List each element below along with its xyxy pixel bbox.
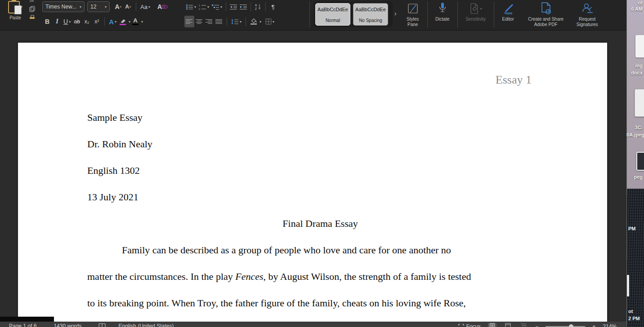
zoom-out-button[interactable]: −: [535, 323, 538, 327]
styles-pane-button[interactable]: Styles Pane: [402, 1, 424, 27]
cut-icon[interactable]: ✂: [30, 0, 35, 4]
desktop-file-label[interactable]: docx: [626, 70, 644, 75]
bullets-button[interactable]: ▾: [184, 1, 197, 13]
zoom-in-button[interactable]: +: [592, 323, 595, 327]
desktop-image-file-icon[interactable]: [636, 152, 644, 171]
styles-pane-icon: [407, 3, 418, 14]
justify-button[interactable]: [214, 16, 224, 27]
sensitivity-icon: [470, 3, 479, 14]
italic-button[interactable]: I: [52, 16, 62, 27]
borders-button[interactable]: ▾: [264, 16, 276, 27]
align-center-button[interactable]: [194, 16, 204, 27]
align-left-icon: [186, 19, 193, 24]
document-line[interactable]: 13 July 2021: [87, 184, 553, 210]
request-signatures-button[interactable]: Request Signatures: [572, 1, 602, 27]
desktop-file-icon[interactable]: [635, 35, 644, 57]
bold-button[interactable]: B: [42, 16, 52, 27]
increase-indent-button[interactable]: [238, 1, 248, 13]
justify-icon: [215, 19, 223, 24]
dictate-button[interactable]: Dictate: [431, 1, 454, 22]
strikethrough-button[interactable]: ab: [72, 16, 82, 27]
document-page[interactable]: Essay 1 Sample EssayDr. Robin NealyEngli…: [18, 43, 607, 322]
change-case-button[interactable]: Aa ▾: [139, 1, 152, 13]
focus-mode-button[interactable]: Focus: [458, 323, 481, 327]
decrease-indent-button[interactable]: [228, 1, 238, 13]
grow-font-button[interactable]: A˄: [113, 1, 123, 13]
zoom-slider[interactable]: [546, 326, 585, 327]
font-name-combo[interactable]: Times New... ▾: [42, 1, 85, 12]
clear-formatting-button[interactable]: A ⌦: [156, 1, 169, 13]
strikethrough-icon: ab: [74, 18, 80, 25]
editor-button[interactable]: Editor: [498, 1, 519, 22]
numbering-button[interactable]: 12 ▾: [197, 1, 210, 13]
line-spacing-icon: [231, 19, 239, 25]
format-painter-icon[interactable]: [29, 13, 36, 20]
web-layout-view-button[interactable]: [504, 323, 512, 327]
chevron-down-icon: ▾: [69, 20, 71, 24]
desktop-file-label[interactable]: PM: [626, 226, 644, 231]
sort-button[interactable]: AZ: [253, 1, 263, 13]
language-indicator[interactable]: English (United States): [118, 323, 174, 327]
highlight-color-bar: [120, 24, 126, 25]
desktop-file-label[interactable]: 0A.jpeg: [626, 132, 644, 137]
document-line[interactable]: Sample Essay: [87, 104, 553, 131]
create-share-adobe-pdf-button[interactable]: Create and Share Adobe PDF: [523, 1, 569, 27]
underline-button[interactable]: U▾: [62, 16, 72, 27]
font-size-combo[interactable]: 12 ▾: [87, 1, 110, 12]
text-effects-button[interactable]: A▾: [107, 16, 118, 27]
desktop-file-label[interactable]: peg: [626, 174, 644, 180]
svg-text:Z: Z: [255, 7, 257, 10]
document-line[interactable]: to its breaking point. When Troy, the fa…: [87, 290, 553, 316]
superscript-button[interactable]: x²: [92, 16, 102, 27]
proofing-status-icon[interactable]: [98, 323, 106, 327]
paste-button[interactable]: ▾ Paste: [4, 0, 27, 21]
shrink-font-button[interactable]: A˅: [123, 1, 133, 13]
document-line[interactable]: English 1302: [87, 157, 553, 184]
zoom-level[interactable]: 214%: [603, 323, 617, 327]
text-effects-icon: A: [109, 18, 114, 26]
document-body[interactable]: Sample EssayDr. Robin NealyEnglish 13021…: [87, 104, 553, 316]
desktop-file-label[interactable]: ot: [626, 0, 644, 5]
dictate-label: Dictate: [435, 17, 449, 22]
document-text: Sample Essay: [87, 112, 143, 123]
multilevel-list-button[interactable]: ▾: [210, 1, 224, 13]
desktop-file-icon[interactable]: [627, 275, 629, 296]
desktop-file-label[interactable]: 2 PM: [626, 316, 644, 321]
chevron-down-icon: ▾: [259, 20, 261, 24]
print-layout-view-button[interactable]: [488, 323, 496, 327]
gallery-more-button[interactable]: ›: [393, 10, 398, 17]
paste-label: Paste: [9, 15, 21, 21]
document-text: , by August Wilson, the strength of a fa…: [264, 271, 471, 282]
document-line[interactable]: Family can be described as a group of pe…: [87, 237, 553, 263]
sensitivity-button: ▾ Sensitivity: [461, 1, 490, 22]
document-line[interactable]: Final Drama Essay: [87, 210, 553, 237]
subscript-button[interactable]: x₂: [82, 16, 92, 27]
highlight-color-button[interactable]: [118, 16, 128, 27]
document-text: English 1302: [87, 165, 140, 176]
multilevel-list-icon: [212, 4, 219, 10]
word-count[interactable]: 1430 words: [54, 323, 81, 327]
document-line[interactable]: Dr. Robin Nealy: [87, 131, 553, 157]
shading-button[interactable]: [249, 16, 259, 27]
line-spacing-button[interactable]: ▾: [230, 16, 243, 27]
font-color-button[interactable]: A: [130, 16, 140, 27]
chevron-down-icon: ▾: [115, 20, 116, 24]
copy-icon[interactable]: [29, 6, 35, 12]
document-canvas: Essay 1 Sample EssayDr. Robin NealyEngli…: [0, 31, 626, 322]
page-indicator[interactable]: Page 1 of 6: [9, 323, 36, 327]
desktop-file-label[interactable]: ot: [626, 309, 644, 314]
zoom-slider-knob[interactable]: [569, 324, 573, 327]
document-text-italic: Fences: [235, 271, 263, 282]
desktop-file-label[interactable]: ing: [626, 63, 644, 68]
style-normal[interactable]: AaBbCcDdEe Normal: [315, 3, 350, 26]
show-formatting-marks-button[interactable]: ¶: [268, 1, 278, 13]
outline-view-button[interactable]: [519, 323, 528, 327]
style-no-spacing[interactable]: AaBbCcDdEe No Spacing: [353, 3, 388, 26]
desktop-file-icon[interactable]: [635, 89, 644, 117]
desktop-file-label[interactable]: 6 AM: [626, 6, 644, 12]
bold-icon: B: [45, 18, 49, 25]
desktop-file-label[interactable]: 3C-: [626, 125, 644, 130]
align-left-button[interactable]: [184, 16, 194, 27]
align-right-button[interactable]: [204, 16, 214, 27]
document-line[interactable]: matter the circumstances. In the play Fe…: [87, 263, 553, 290]
